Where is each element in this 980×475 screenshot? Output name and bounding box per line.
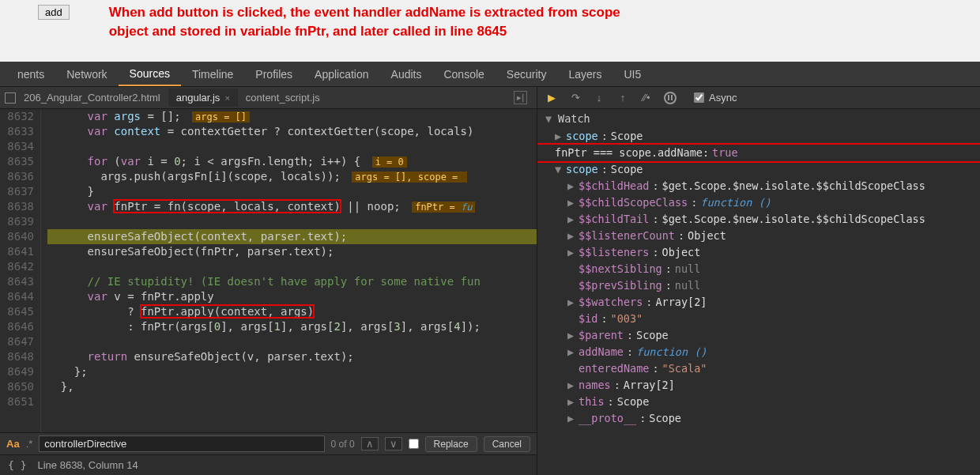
file-tab-controller[interactable]: 206_Angular_Controller2.html [16,89,168,107]
scope-property[interactable]: ▶$$childTail: $get.Scope.$new.isolate.$$… [537,211,980,228]
close-icon[interactable]: × [224,93,229,103]
tab-network[interactable]: Network [55,63,118,85]
chevron-down-icon: ▼ [555,162,563,177]
tab-elements[interactable]: nents [6,63,55,85]
step-out-icon[interactable]: ↑ [616,92,629,104]
scope-property[interactable]: $$nextSibling: null [537,261,980,277]
code-line-highlighted: ensureSafeObject(context, parser.text); [47,229,537,244]
file-tabs: 206_Angular_Controller2.html angular.js×… [0,87,537,109]
step-into-icon[interactable]: ↓ [593,92,605,104]
code-panel: 206_Angular_Controller2.html angular.js×… [0,87,537,475]
code-line: var v = fnPtr.apply [47,289,537,304]
code-line [47,394,537,409]
resume-icon[interactable]: ▶ [545,92,558,104]
replace-checkbox[interactable] [409,439,419,449]
annotation-text: When add button is clicked, the event ha… [109,3,620,41]
code-line [47,334,537,349]
code-lines: var args = []; args = [] var context = c… [41,109,537,432]
file-tab-contentscript[interactable]: content_script.js [238,89,328,107]
debug-toolbar: ▶ ↷ ↓ ↑ ⁄⁄• Async [537,87,980,109]
code-line: : fnPtr(args[0], args[1], args[2], args[… [47,319,537,334]
search-next[interactable]: ∨ [385,437,402,450]
scope-property[interactable]: $id: "003" [537,311,980,327]
scope-property[interactable]: $$prevSibling: null [537,277,980,294]
tab-ui5[interactable]: UI5 [612,63,652,85]
code-line [47,259,537,274]
tab-sources[interactable]: Sources [119,62,181,86]
tab-layers[interactable]: Layers [557,63,612,85]
search-count: 0 of 0 [331,439,355,450]
watch-header[interactable]: ▼ Watch [537,109,980,128]
code-line: ? fnPtr.apply(context, args) [47,304,537,319]
search-input[interactable] [39,435,324,452]
code-line: }; [47,364,537,379]
regex-toggle[interactable]: .* [26,438,33,450]
async-checkbox[interactable]: Async [694,92,737,104]
search-prev[interactable]: ∧ [361,437,379,450]
code-line: // IE stupidity! (IE doesn't have apply … [47,274,537,289]
tab-security[interactable]: Security [496,63,558,85]
code-line: ensureSafeObject(fnPtr, parser.text); [47,244,537,259]
pretty-print-icon[interactable]: { } [8,459,26,471]
cursor-position: Line 8638, Column 14 [37,459,138,471]
code-line: } [47,184,537,199]
line-gutter: 863286338634 863586368637 863886398640 8… [0,109,41,432]
status-bar: { } Line 8638, Column 14 [0,454,537,475]
code-line: var fnPtr = fn(scope, locals, context) |… [47,199,537,214]
case-toggle[interactable]: Aa [6,438,20,450]
watch-section: ▼ Watch ▶ scope: Scope fnPtr === scope.a… [537,109,980,475]
step-over-icon[interactable]: ↷ [569,92,582,104]
code-line [47,214,537,229]
code-line: var context = contextGetter ? contextGet… [47,124,537,139]
cancel-button[interactable]: Cancel [484,436,530,452]
devtools-tabs: nents Network Sources Timeline Profiles … [0,62,980,87]
watch-expression[interactable]: ▼ scope: Scope [537,161,980,178]
replace-button[interactable]: Replace [425,436,477,452]
scope-property[interactable]: ▶$$watchers: Array[2] [537,294,980,311]
scope-property[interactable]: ▶__proto__: Scope [537,410,980,427]
code-line: var args = []; args = [] [47,109,537,124]
scope-property[interactable]: enteredName: "Scala" [537,360,980,377]
scope-property[interactable]: ▶names: Array[2] [537,377,980,394]
chevron-right-icon: ▶ [555,129,563,144]
tab-console[interactable]: Console [432,63,495,85]
chevron-down-icon: ▼ [545,112,553,125]
search-bar: Aa .* 0 of 0 ∧ ∨ Replace Cancel [0,432,537,454]
file-tab-angular[interactable]: angular.js× [168,89,238,107]
code-line: }, [47,379,537,394]
code-line: args.push(argsFn[i](scope, locals)); arg… [47,169,537,184]
add-button[interactable]: add [38,5,70,20]
code-line [47,139,537,154]
debugger-panel: ▶ ↷ ↓ ↑ ⁄⁄• Async ▼ Watch ▶ scope: Scope… [537,87,980,475]
scope-property[interactable]: ▶this: Scope [537,394,980,410]
pause-exceptions-icon[interactable] [664,92,677,104]
scope-property[interactable]: ▶$$listeners: Object [537,244,980,261]
code-line: for (var i = 0; i < argsFn.length; i++) … [47,154,537,169]
scope-property[interactable]: ▶addName: function () [537,344,980,360]
scope-property[interactable]: ▶$parent: Scope [537,327,980,344]
tab-application[interactable]: Application [303,63,380,85]
code-editor[interactable]: 863286338634 863586368637 863886398640 8… [0,109,537,432]
watch-expression-highlighted[interactable]: fnPtr === scope.addName: true [537,145,980,161]
watch-expression[interactable]: ▶ scope: Scope [537,128,980,145]
scope-property[interactable]: ▶$$listenerCount: Object [537,228,980,244]
navigator-icon[interactable] [5,92,16,104]
tab-timeline[interactable]: Timeline [181,63,244,85]
page-topbar: add When add button is clicked, the even… [0,0,980,62]
tab-audits[interactable]: Audits [380,63,433,85]
deactivate-breakpoints-icon[interactable]: ⁄⁄• [640,92,653,104]
toggle-sidebar-icon[interactable]: ▸| [514,91,527,104]
scope-property[interactable]: ▶$$childScopeClass: function () [537,194,980,211]
scope-property[interactable]: ▶$$childHead: $get.Scope.$new.isolate.$$… [537,178,980,194]
code-line: return ensureSafeObject(v, parser.text); [47,349,537,364]
tab-profiles[interactable]: Profiles [244,63,303,85]
